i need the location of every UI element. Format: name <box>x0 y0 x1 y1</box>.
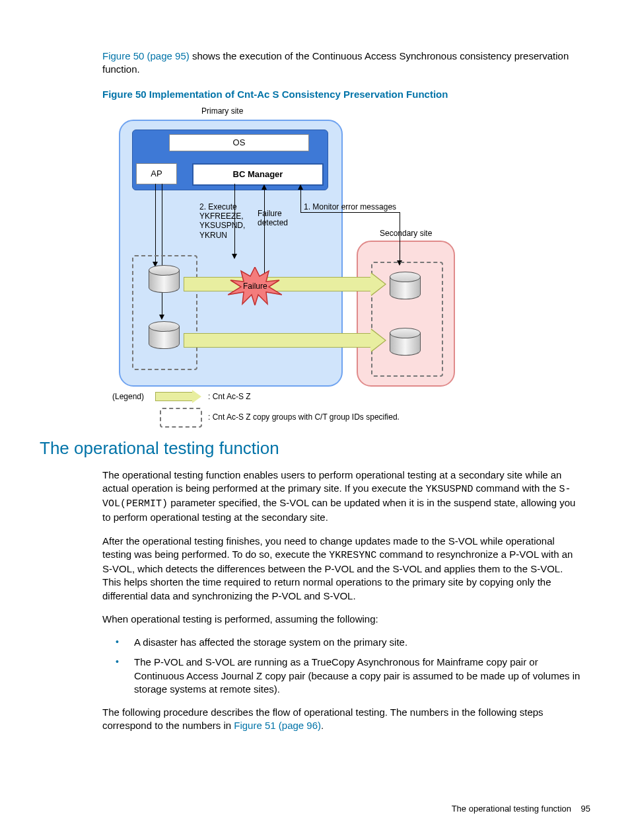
os-container: OS AP BC Manager <box>132 130 328 190</box>
legend-dashed-text: : Cnt Ac-S Z copy groups with C/T group … <box>208 412 400 422</box>
arrow-monitor-v <box>300 189 301 212</box>
failure-detected-label: Failure detected <box>258 209 288 228</box>
para4: The following procedure describes the fl… <box>102 706 584 733</box>
arrow-monitor-v2 <box>400 212 400 262</box>
para4-b: . <box>321 720 324 731</box>
secondary-site-label: Secondary site <box>380 229 432 238</box>
cnt-ac-arrow-bottom <box>184 333 371 348</box>
legend-label: (Legend) <box>112 392 144 401</box>
section-heading: The operational testing function <box>40 438 590 459</box>
cylinder-icon <box>149 321 178 349</box>
arrowhead-icon <box>298 184 303 190</box>
figure-50: Primary site Secondary site OS AP BC Man… <box>112 106 590 424</box>
para1-b: command with the <box>473 482 559 494</box>
ap-box: AP <box>136 163 177 184</box>
step2-label: 2. Execute YKFREEZE, YKSUSPND, YKRUN <box>199 202 245 241</box>
para1-c: parameter specified, the S-VOL can be up… <box>102 497 575 523</box>
code-ykresync: YKRESYNC <box>329 550 376 561</box>
bc-manager-box: BC Manager <box>192 163 324 186</box>
para2: After the operational testing finishes, … <box>102 535 584 603</box>
para1: The operational testing function enables… <box>102 469 584 525</box>
page-number: 95 <box>581 804 590 814</box>
page-footer: The operational testing function 95 <box>452 804 590 814</box>
figure-51-link[interactable]: Figure 51 (page 96) <box>234 720 321 731</box>
legend-arrow-icon <box>155 392 193 401</box>
footer-text: The operational testing function <box>452 804 571 814</box>
step1-label: 1. Monitor error messages <box>304 202 396 211</box>
cylinder-icon <box>390 328 419 356</box>
failure-starburst-icon: Failure <box>228 267 279 303</box>
list-item: A disaster has affected the storage syst… <box>116 636 590 649</box>
figure-50-caption: Figure 50 Implementation of Cnt-Ac S Con… <box>102 89 590 100</box>
legend-arrow-text: : Cnt Ac-S Z <box>208 392 251 401</box>
arrowhead-icon <box>232 254 237 259</box>
failure-label: Failure <box>243 282 267 291</box>
intro-paragraph: Figure 50 (page 95) shows the execution … <box>102 50 584 77</box>
primary-site-label: Primary site <box>201 106 243 116</box>
arrow-monitor-h <box>300 212 400 213</box>
legend-dashed-icon <box>160 408 202 428</box>
cylinder-icon <box>149 265 178 293</box>
os-label: OS <box>169 134 309 151</box>
list-item: The P-VOL and S-VOL are running as a Tru… <box>116 656 590 696</box>
cylinder-icon <box>390 272 419 299</box>
arrow-failure-up <box>264 189 265 274</box>
arrow-exec-down <box>234 184 235 255</box>
arrow-ap-down <box>155 184 156 263</box>
arrowhead-icon <box>262 184 267 190</box>
assumption-list: A disaster has affected the storage syst… <box>116 636 590 696</box>
figure-50-link[interactable]: Figure 50 (page 95) <box>102 50 190 61</box>
code-yksuspnd: YKSUSPND <box>425 484 473 495</box>
para3: When operational testing is performed, a… <box>102 613 584 626</box>
